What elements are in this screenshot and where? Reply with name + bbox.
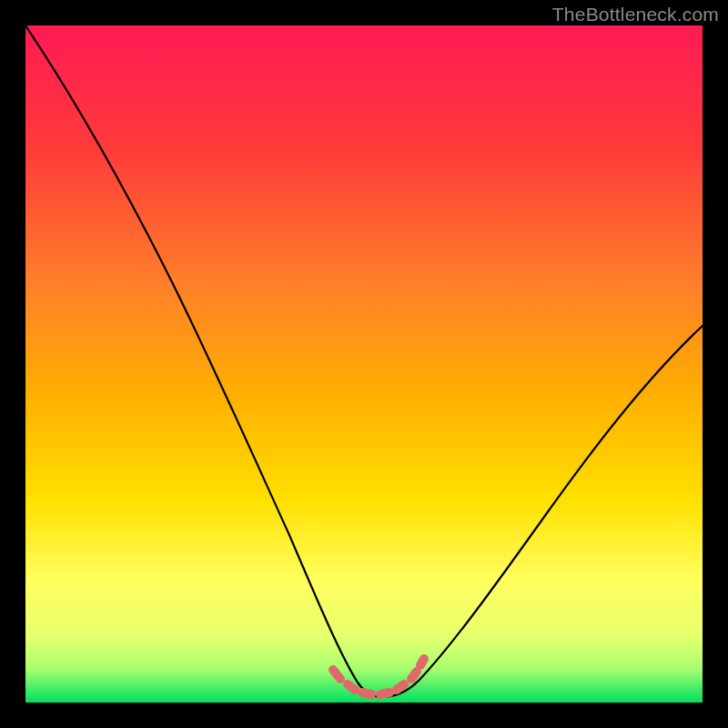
chart-svg [25,25,703,703]
watermark-text: TheBottleneck.com [552,4,719,25]
plot-area [25,25,703,703]
chart-container: TheBottleneck.com [0,0,728,728]
gradient-background [25,25,703,703]
